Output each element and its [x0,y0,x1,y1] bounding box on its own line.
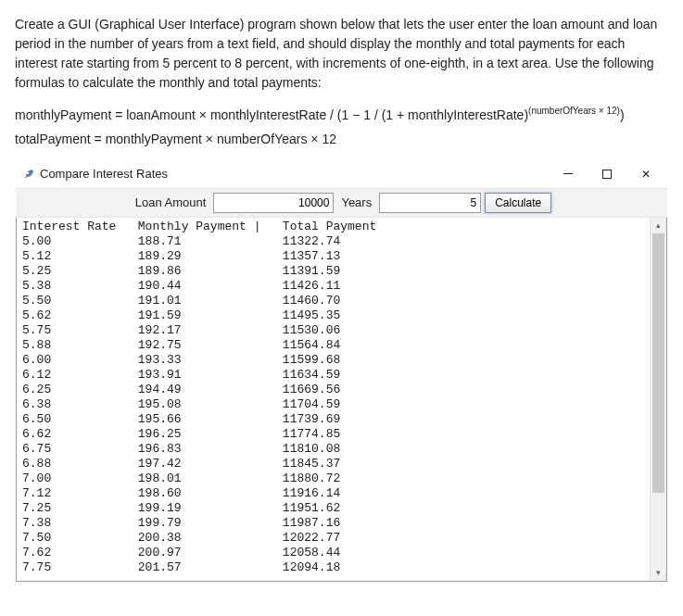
years-input[interactable] [379,193,481,213]
formula-monthly: monthlyPayment = loanAmount × monthlyInt… [15,106,668,122]
output-container: Interest Rate Monthly Payment | Total Pa… [16,218,667,582]
window-title: Compare Interest Rates [40,167,168,181]
formula-monthly-body: monthlyPayment = loanAmount × monthlyInt… [15,107,528,122]
scroll-down-arrow-icon[interactable]: ▾ [651,565,666,581]
scrollbar-thumb[interactable] [652,233,664,493]
close-button[interactable] [626,161,665,187]
minimize-button[interactable] [549,161,588,187]
loan-amount-label: Loan Amount [132,195,210,209]
years-label: Years [337,195,375,209]
formula-monthly-exponent: (numberOfYears × 12) [528,106,620,116]
instructions-paragraph: Create a GUI (Graphical User Interface) … [15,15,668,93]
input-toolbar: Loan Amount Years Calculate [16,188,667,218]
app-icon [21,168,34,181]
maximize-button[interactable] [588,161,626,187]
loan-amount-input[interactable] [213,193,334,213]
vertical-scrollbar[interactable]: ▴ ▾ [650,218,666,581]
formula-total: totalPayment = monthlyPayment × numberOf… [15,132,668,146]
formula-monthly-tail: ) [620,107,625,122]
results-textarea[interactable]: Interest Rate Monthly Payment | Total Pa… [17,218,650,581]
title-bar: Compare Interest Rates [16,160,667,188]
app-window: Compare Interest Rates Loan Amount Years… [15,159,668,583]
calculate-button[interactable]: Calculate [485,193,551,213]
scroll-up-arrow-icon[interactable]: ▴ [651,218,666,233]
